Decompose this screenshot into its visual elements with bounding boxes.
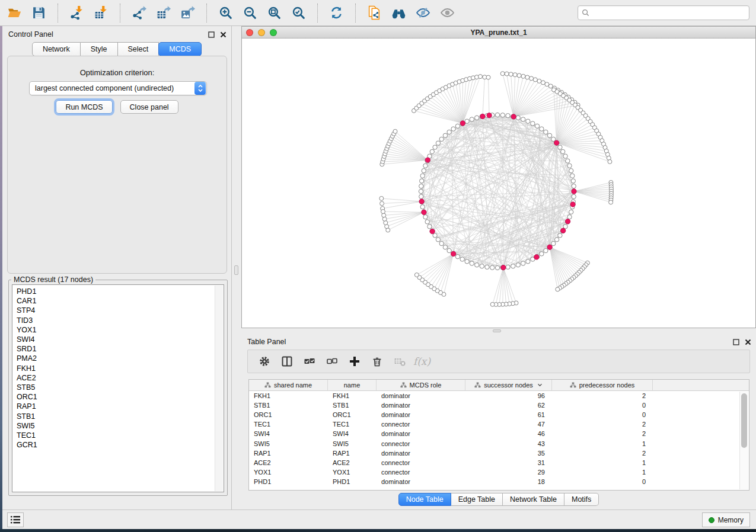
first-neighbors-icon[interactable] <box>387 2 411 24</box>
memory-button[interactable]: Memory <box>702 512 750 527</box>
mcds-result-list[interactable]: PHD1CAR1STP4TID3YOX1SWI4SRD1PMA2FKH1ACE2… <box>12 286 215 491</box>
cell[interactable]: 1 <box>552 438 653 448</box>
mcds-result-item[interactable]: STB1 <box>17 412 215 421</box>
column-layout-icon[interactable] <box>277 352 296 370</box>
mcds-result-item[interactable]: FKH1 <box>17 364 215 373</box>
optimization-criterion-select[interactable]: largest connected component (undirected) <box>29 81 207 95</box>
cell[interactable]: dominator <box>377 477 465 486</box>
cell[interactable]: connector <box>377 467 465 477</box>
vertical-splitter[interactable] <box>232 26 241 509</box>
cell[interactable]: FKH1 <box>249 391 328 400</box>
cell[interactable]: TEC1 <box>249 419 328 429</box>
cell[interactable]: PHD1 <box>249 477 328 486</box>
open-file-icon[interactable] <box>2 2 27 24</box>
zoom-fit-icon[interactable] <box>262 2 286 24</box>
tab-network-table[interactable]: Network Table <box>503 493 564 506</box>
close-panel-icon[interactable] <box>745 339 751 345</box>
export-image-icon[interactable] <box>176 2 200 24</box>
horizontal-splitter[interactable] <box>241 328 756 334</box>
column-header-predecessor-nodes[interactable]: predecessor nodes <box>552 380 653 391</box>
tab-edge-table[interactable]: Edge Table <box>451 493 503 506</box>
cell[interactable]: 0 <box>552 477 653 486</box>
search-input[interactable] <box>592 9 745 17</box>
cell[interactable]: SWI5 <box>249 438 328 448</box>
table-row-SWI5[interactable]: SWI5SWI5connector431 <box>249 438 749 448</box>
mcds-result-item[interactable]: STB5 <box>17 383 215 392</box>
unselect-all-rows-icon[interactable] <box>323 352 341 370</box>
cell[interactable]: YOX1 <box>249 467 328 477</box>
import-table-icon[interactable] <box>89 2 113 24</box>
cell[interactable]: connector <box>377 419 465 429</box>
cell[interactable]: 35 <box>465 448 552 458</box>
cell[interactable]: connector <box>377 458 465 467</box>
hide-graphics-details-icon[interactable] <box>411 2 435 24</box>
table-row-ORC1[interactable]: ORC1ORC1dominator610 <box>249 410 749 419</box>
table-row-STB1[interactable]: STB1STB1dominator620 <box>249 400 749 410</box>
run-mcds-button[interactable]: Run MCDS <box>56 100 112 114</box>
table-row-TEC1[interactable]: TEC1TEC1connector472 <box>249 419 749 429</box>
table-settings-icon[interactable] <box>255 352 273 370</box>
apply-layout-icon[interactable] <box>324 2 349 24</box>
cell[interactable]: STB1 <box>328 400 377 410</box>
mcds-result-item[interactable]: YOX1 <box>17 325 215 335</box>
tab-select[interactable]: Select <box>118 42 160 56</box>
mcds-result-item[interactable]: PMA2 <box>17 354 215 363</box>
column-header-successor-nodes[interactable]: successor nodes <box>465 380 552 391</box>
tab-node-table[interactable]: Node Table <box>398 493 451 506</box>
mcds-result-item[interactable]: ORC1 <box>17 392 215 402</box>
mcds-result-item[interactable]: PHD1 <box>17 287 215 296</box>
cell[interactable]: 96 <box>465 391 552 400</box>
tab-network[interactable]: Network <box>32 42 81 56</box>
cell[interactable]: ORC1 <box>249 410 328 419</box>
panel-menu-button[interactable] <box>7 512 24 527</box>
cell[interactable]: 1 <box>552 467 653 477</box>
cell[interactable]: 18 <box>465 477 552 486</box>
network-canvas[interactable] <box>242 39 755 328</box>
cell[interactable]: RAP1 <box>328 448 377 458</box>
network-window-titlebar[interactable]: YPA_prune.txt_1 <box>242 27 755 39</box>
cell[interactable]: dominator <box>377 429 465 438</box>
splitter-handle[interactable] <box>234 265 238 275</box>
create-column-icon[interactable] <box>345 352 363 370</box>
cell[interactable]: 2 <box>552 429 653 438</box>
cell[interactable]: 0 <box>552 410 653 419</box>
column-header-shared-name[interactable]: shared name <box>249 380 328 391</box>
cell[interactable]: 29 <box>465 467 552 477</box>
table-row-FKH1[interactable]: FKH1FKH1dominator962 <box>249 391 749 400</box>
table-row-ACE2[interactable]: ACE2ACE2connector311 <box>249 458 749 467</box>
search-field[interactable] <box>578 5 749 20</box>
table-row-RAP1[interactable]: RAP1RAP1dominator352 <box>249 448 749 458</box>
delete-columns-icon[interactable] <box>368 352 386 370</box>
cell[interactable]: 2 <box>552 391 653 400</box>
cell[interactable]: dominator <box>377 448 465 458</box>
mcds-result-item[interactable]: ACE2 <box>17 373 215 383</box>
mcds-result-item[interactable]: RAP1 <box>17 402 215 411</box>
float-panel-icon[interactable] <box>733 339 739 345</box>
cell[interactable]: RAP1 <box>249 448 328 458</box>
mcds-result-item[interactable]: TEC1 <box>17 431 215 440</box>
cell[interactable]: 43 <box>465 438 552 448</box>
cell[interactable]: 62 <box>465 400 552 410</box>
mcds-result-item[interactable]: SWI4 <box>17 335 215 344</box>
table-scrollbar[interactable] <box>739 392 748 489</box>
cell[interactable]: connector <box>377 438 465 448</box>
mcds-result-item[interactable]: CAR1 <box>17 296 215 306</box>
close-panel-icon[interactable] <box>220 31 227 38</box>
cell[interactable]: 47 <box>465 419 552 429</box>
cell[interactable]: FKH1 <box>328 391 377 400</box>
save-session-icon[interactable] <box>27 2 51 24</box>
cell[interactable]: 61 <box>465 410 552 419</box>
cell[interactable]: 2 <box>552 448 653 458</box>
cell[interactable]: STB1 <box>249 400 328 410</box>
cell[interactable]: YOX1 <box>328 467 377 477</box>
cell[interactable]: ORC1 <box>328 410 377 419</box>
cell[interactable]: PHD1 <box>328 477 377 486</box>
cell[interactable]: dominator <box>377 391 465 400</box>
table-row-YOX1[interactable]: YOX1YOX1connector291 <box>249 467 749 477</box>
cell[interactable]: ACE2 <box>249 458 328 467</box>
float-panel-icon[interactable] <box>208 31 215 38</box>
tab-mcds[interactable]: MCDS <box>158 42 202 56</box>
cell[interactable]: dominator <box>377 410 465 419</box>
mcds-result-item[interactable]: STP4 <box>17 306 215 315</box>
table-row-SWI4[interactable]: SWI4SWI4dominator462 <box>249 429 749 438</box>
